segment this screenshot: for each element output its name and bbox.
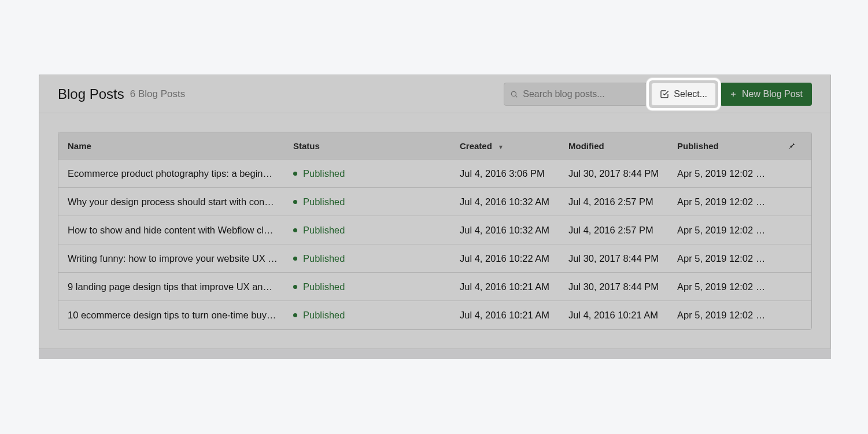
page-title: Blog Posts — [58, 86, 124, 102]
header-actions: Select... New Blog Post — [504, 83, 812, 106]
column-header-created-label: Created — [460, 141, 492, 151]
table-row[interactable]: Ecommerce product photography tips: a be… — [58, 159, 811, 188]
column-header-modified[interactable]: Modified — [568, 141, 677, 151]
cell-modified: Jul 30, 2017 8:44 PM — [568, 253, 677, 264]
status-dot-icon — [293, 228, 297, 232]
cell-name: How to show and hide content with Webflo… — [58, 225, 293, 236]
column-header-name[interactable]: Name — [58, 141, 293, 151]
blog-posts-table: Name Status Created ▼ Modified Published… — [58, 132, 812, 330]
cell-name: 10 ecommerce design tips to turn one-tim… — [58, 310, 293, 321]
table-container: Name Status Created ▼ Modified Published… — [39, 113, 830, 348]
cell-status: Published — [293, 196, 460, 207]
cell-name: 9 landing page design tips that improve … — [58, 281, 293, 292]
cell-published: Apr 5, 2019 12:02 … — [677, 253, 788, 264]
search-icon — [510, 90, 518, 98]
table-row[interactable]: Writing funny: how to improve your websi… — [58, 244, 811, 273]
cell-name: Why your design process should start wit… — [58, 196, 293, 207]
sort-desc-icon: ▼ — [498, 144, 504, 150]
panel-header: Blog Posts 6 Blog Posts Select... New Bl… — [39, 75, 830, 113]
plus-icon — [729, 90, 737, 98]
status-label: Published — [303, 310, 345, 321]
table-row[interactable]: How to show and hide content with Webflo… — [58, 216, 811, 244]
cell-created: Jul 4, 2016 10:22 AM — [460, 253, 568, 264]
select-check-icon — [660, 90, 669, 99]
status-dot-icon — [293, 285, 297, 289]
blog-posts-panel: Blog Posts 6 Blog Posts Select... New Bl… — [39, 75, 831, 349]
cell-modified: Jul 30, 2017 8:44 PM — [568, 168, 677, 179]
cell-modified: Jul 4, 2016 2:57 PM — [568, 196, 677, 207]
cell-status: Published — [293, 253, 460, 264]
cell-modified: Jul 4, 2016 10:21 AM — [568, 310, 677, 321]
cell-created: Jul 4, 2016 10:32 AM — [460, 225, 568, 236]
page-subtitle: 6 Blog Posts — [130, 88, 185, 100]
search-field[interactable] — [504, 83, 647, 106]
cell-modified: Jul 4, 2016 2:57 PM — [568, 225, 677, 236]
cell-status: Published — [293, 310, 460, 321]
pin-icon[interactable] — [788, 142, 811, 150]
cell-name: Writing funny: how to improve your websi… — [58, 253, 293, 264]
cell-published: Apr 5, 2019 12:02 … — [677, 281, 788, 292]
table-body: Ecommerce product photography tips: a be… — [58, 159, 811, 329]
column-header-published[interactable]: Published — [677, 141, 788, 151]
cell-name: Ecommerce product photography tips: a be… — [58, 168, 293, 179]
cell-created: Jul 4, 2016 10:21 AM — [460, 281, 568, 292]
status-dot-icon — [293, 257, 297, 261]
cell-status: Published — [293, 225, 460, 236]
cell-status: Published — [293, 168, 460, 179]
table-row[interactable]: Why your design process should start wit… — [58, 188, 811, 216]
cell-published: Apr 5, 2019 12:02 … — [677, 168, 788, 179]
svg-point-0 — [512, 91, 516, 96]
cell-published: Apr 5, 2019 12:02 … — [677, 196, 788, 207]
status-label: Published — [303, 281, 345, 292]
status-dot-icon — [293, 172, 297, 176]
table-row[interactable]: 9 landing page design tips that improve … — [58, 273, 811, 301]
cell-created: Jul 4, 2016 10:32 AM — [460, 196, 568, 207]
cell-created: Jul 4, 2016 3:06 PM — [460, 168, 568, 179]
cell-created: Jul 4, 2016 10:21 AM — [460, 310, 568, 321]
new-blog-post-button[interactable]: New Blog Post — [720, 83, 812, 106]
search-input[interactable] — [523, 89, 641, 99]
cell-published: Apr 5, 2019 12:02 … — [677, 310, 788, 321]
status-dot-icon — [293, 313, 297, 317]
cell-status: Published — [293, 281, 460, 292]
column-header-status[interactable]: Status — [293, 141, 460, 151]
cell-published: Apr 5, 2019 12:02 … — [677, 225, 788, 236]
status-dot-icon — [293, 200, 297, 204]
new-button-label: New Blog Post — [742, 89, 803, 99]
svg-line-1 — [516, 95, 518, 97]
table-header-row: Name Status Created ▼ Modified Published — [58, 132, 811, 159]
status-label: Published — [303, 225, 345, 236]
table-row[interactable]: 10 ecommerce design tips to turn one-tim… — [58, 301, 811, 329]
status-label: Published — [303, 196, 345, 207]
select-button[interactable]: Select... — [651, 83, 716, 106]
select-button-label: Select... — [674, 89, 707, 99]
column-header-created[interactable]: Created ▼ — [460, 141, 568, 151]
cell-modified: Jul 30, 2017 8:44 PM — [568, 281, 677, 292]
status-label: Published — [303, 253, 345, 264]
status-label: Published — [303, 168, 345, 179]
